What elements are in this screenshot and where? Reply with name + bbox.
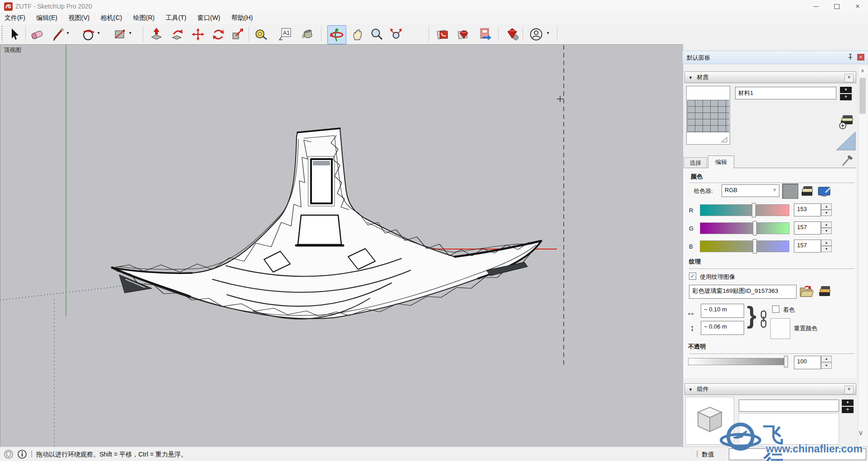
account-button[interactable] xyxy=(527,25,545,43)
tab-select[interactable]: 选择 xyxy=(684,157,707,168)
create-material-button[interactable]: + xyxy=(840,94,852,100)
slider-track-g[interactable] xyxy=(700,222,789,234)
collapse-icon[interactable]: ▼ xyxy=(685,75,695,80)
reset-color-swatch[interactable] xyxy=(770,318,790,339)
geolocation-icon[interactable] xyxy=(4,449,14,459)
move-tool-button[interactable] xyxy=(189,25,207,43)
rotate-tool-button[interactable] xyxy=(209,25,227,43)
scroll-up-button[interactable]: ∧ xyxy=(859,68,866,76)
spin-down-icon[interactable]: ▼ xyxy=(821,228,832,234)
components-group-header[interactable]: ▼ 组件 × xyxy=(684,383,856,395)
components-close-button[interactable]: × xyxy=(844,386,854,394)
component-name-field[interactable] xyxy=(739,400,839,412)
spin-down-icon[interactable]: ▼ xyxy=(821,210,832,216)
opacity-slider-handle[interactable] xyxy=(784,356,788,367)
edit-texture-image-icon[interactable] xyxy=(816,284,833,300)
menu-tools[interactable]: 工具(T) xyxy=(161,13,191,24)
colorize-checkbox[interactable] xyxy=(772,306,779,313)
component-description-box[interactable] xyxy=(739,413,839,445)
tower-window[interactable] xyxy=(311,159,332,203)
orbit-tool-button[interactable] xyxy=(327,25,346,44)
spin-down-icon[interactable]: ▼ xyxy=(821,362,832,369)
value-field-b[interactable]: 157 xyxy=(794,240,821,253)
zoom-extents-tool-button[interactable] xyxy=(387,25,405,43)
scale-tool-button[interactable] xyxy=(229,25,247,43)
texture-file-field[interactable]: 彩色玻璃窗169贴图ID_9157363 xyxy=(689,285,797,299)
tab-edit[interactable]: 编辑 xyxy=(708,155,734,168)
menu-view[interactable]: 视图(V) xyxy=(64,13,94,24)
line-tool-button[interactable] xyxy=(49,25,67,43)
material-preview[interactable] xyxy=(686,86,730,145)
scrollbar-thumb[interactable] xyxy=(859,78,866,114)
send-to-layout-button[interactable] xyxy=(434,25,452,43)
opacity-spinner[interactable]: ▲ ▼ xyxy=(821,356,832,369)
followme-tool-button[interactable] xyxy=(168,25,186,43)
spinner-g[interactable]: ▲ ▼ xyxy=(821,221,832,235)
value-field-r[interactable]: 153 xyxy=(794,203,821,216)
eyedropper-icon[interactable] xyxy=(840,153,855,167)
match-screen-color-icon[interactable] xyxy=(816,183,834,199)
spin-up-icon[interactable]: ▲ xyxy=(821,221,832,228)
spin-down-icon[interactable]: ▼ xyxy=(821,246,832,252)
viewport-canvas[interactable] xyxy=(0,44,683,447)
menu-file[interactable]: 文件(F) xyxy=(0,13,30,24)
minimize-button[interactable]: — xyxy=(806,0,826,13)
select-tool-button[interactable] xyxy=(5,25,24,43)
eraser-tool-button[interactable] xyxy=(28,25,46,43)
close-button[interactable]: ✕ xyxy=(847,0,868,13)
slider-handle-b[interactable] xyxy=(753,239,757,254)
measurements-input[interactable] xyxy=(729,448,866,460)
pushpull-tool-button[interactable] xyxy=(147,25,165,43)
extension-manager-button[interactable] xyxy=(504,25,522,43)
pin-icon[interactable] xyxy=(847,53,854,61)
publish-model-button[interactable] xyxy=(455,25,473,43)
component-add-button[interactable]: + xyxy=(842,407,854,413)
panel-title-bar[interactable]: 默认面板 xyxy=(683,51,868,64)
rectangle-tool-dropdown[interactable]: ▾ xyxy=(127,30,133,35)
picker-select[interactable]: RGB ˅ xyxy=(722,184,779,197)
collapse-icon[interactable]: ▼ xyxy=(685,387,695,392)
slider-track-b[interactable] xyxy=(700,240,789,252)
component-dropdown-button[interactable]: ▾ xyxy=(842,400,854,406)
match-object-color-icon[interactable] xyxy=(799,183,816,199)
lock-aspect-chain-icon[interactable] xyxy=(760,310,768,329)
paint-bucket-tool-button[interactable] xyxy=(298,25,316,43)
texture-width-field[interactable]: ~ 0.10 m xyxy=(701,304,744,318)
use-texture-checkbox[interactable]: ✓ xyxy=(689,273,696,280)
materials-close-button[interactable]: × xyxy=(844,74,854,82)
spinner-b[interactable]: ▲ ▼ xyxy=(821,240,832,253)
material-dropdown-button[interactable]: ▾ xyxy=(840,87,852,93)
model-wireframe[interactable] xyxy=(112,128,541,319)
account-dropdown[interactable]: ▾ xyxy=(545,30,551,35)
arc-tool-dropdown[interactable]: ▾ xyxy=(96,30,101,35)
texture-height-field[interactable]: ~ 0.06 m xyxy=(701,321,744,335)
restore-button[interactable] xyxy=(826,0,847,13)
slider-handle-r[interactable] xyxy=(752,203,756,217)
opacity-slider-track[interactable] xyxy=(688,358,787,365)
pan-tool-button[interactable] xyxy=(349,25,367,43)
layout-export-button[interactable] xyxy=(476,25,495,43)
menu-edit[interactable]: 编辑(E) xyxy=(32,13,62,24)
spin-up-icon[interactable]: ▲ xyxy=(821,240,832,246)
tape-measure-tool-button[interactable] xyxy=(252,25,270,43)
text-tool-button[interactable]: A1 xyxy=(276,25,294,43)
panel-close-button[interactable]: × xyxy=(857,54,864,61)
toolbar-grip[interactable] xyxy=(1,26,3,42)
spin-up-icon[interactable]: ▲ xyxy=(821,356,832,362)
menu-draw[interactable]: 绘图(R) xyxy=(128,13,159,24)
menu-camera[interactable]: 相机(C) xyxy=(96,13,127,24)
menu-help[interactable]: 帮助(H) xyxy=(227,13,257,24)
browse-texture-icon[interactable] xyxy=(798,285,815,299)
component-preview[interactable] xyxy=(685,397,734,445)
value-field-g[interactable]: 157 xyxy=(794,221,821,235)
spin-up-icon[interactable]: ▲ xyxy=(821,203,832,210)
material-name-field[interactable]: 材料1 xyxy=(735,87,836,99)
materials-group-header[interactable]: ▼ 材质 × xyxy=(684,71,856,83)
spinner-r[interactable]: ▲ ▼ xyxy=(821,203,832,216)
slider-handle-g[interactable] xyxy=(753,221,757,235)
line-tool-dropdown[interactable]: ▾ xyxy=(65,30,71,35)
zoom-tool-button[interactable] xyxy=(368,25,386,43)
panel-scrollbar[interactable] xyxy=(858,66,868,446)
rectangle-tool-button[interactable] xyxy=(111,25,129,43)
info-icon[interactable] xyxy=(17,449,27,459)
